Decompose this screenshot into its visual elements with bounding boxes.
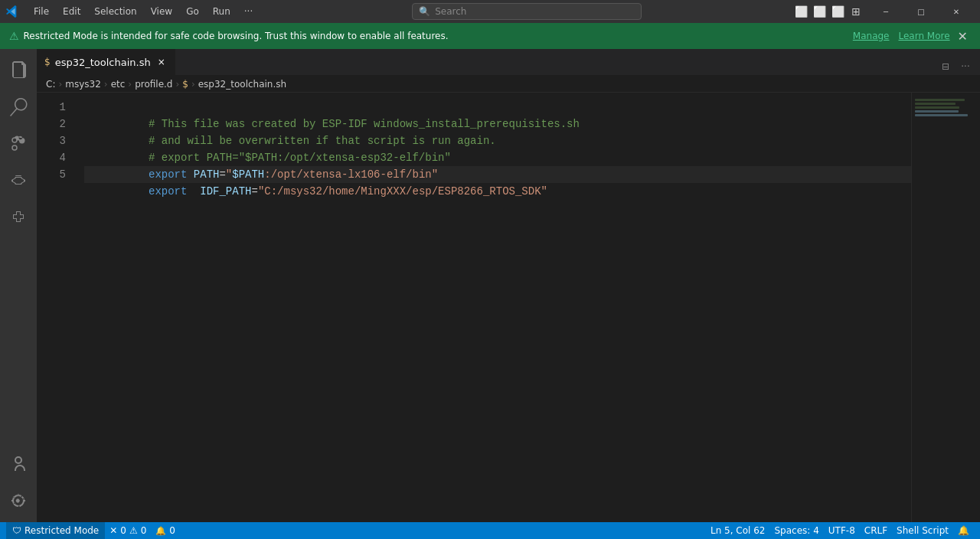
banner-close-button[interactable]: ✕ — [955, 28, 971, 45]
restricted-mode-label: Restricted Mode — [24, 525, 99, 536]
menu-run[interactable]: Run — [207, 4, 237, 19]
menu-bar: File Edit Selection View Go Run ··· — [28, 4, 259, 19]
title-bar: File Edit Selection View Go Run ··· 🔍 Se… — [0, 0, 980, 23]
cursor-position-status[interactable]: Ln 5, Col 62 — [706, 522, 770, 539]
activity-extensions[interactable] — [0, 199, 37, 236]
breadcrumb-drive[interactable]: C: — [46, 79, 55, 90]
error-icon: ✕ — [109, 525, 117, 536]
bell-icon: 🔔 — [155, 526, 166, 536]
encoding-status[interactable]: UTF-8 — [824, 522, 860, 539]
breadcrumb-msys32[interactable]: msys32 — [65, 79, 101, 90]
warning-count: 0 — [141, 525, 147, 536]
no-problems-status[interactable]: 🔔 0 — [151, 522, 180, 539]
tab-file-icon: $ — [44, 57, 51, 67]
title-bar-right: ⬜ ⬜ ⬜ ⊞ ─ □ ✕ — [795, 0, 974, 23]
activity-bar — [0, 49, 37, 522]
manage-link[interactable]: Manage — [853, 31, 890, 41]
notification-icon: 🔔 — [958, 525, 969, 536]
tab-bar-actions: ⊟ ··· — [937, 58, 980, 75]
encoding-label: UTF-8 — [828, 525, 855, 536]
restricted-mode-status[interactable]: 🛡 Restricted Mode — [6, 522, 105, 539]
errors-status[interactable]: ✕ 0 ⚠ 0 — [105, 522, 151, 539]
spaces-status[interactable]: Spaces: 4 — [769, 522, 823, 539]
breadcrumb-profiled[interactable]: profile.d — [135, 79, 172, 90]
close-button[interactable]: ✕ — [939, 0, 974, 23]
menu-edit[interactable]: Edit — [57, 4, 87, 19]
code-line-1: # This file was created by ESP-IDF windo… — [84, 99, 911, 116]
activity-search[interactable] — [0, 89, 37, 126]
minimap — [911, 93, 980, 522]
status-right: Ln 5, Col 62 Spaces: 4 UTF-8 CRLF Shell … — [706, 522, 974, 539]
warning-icon: ⚠ — [129, 525, 138, 536]
learn-more-link[interactable]: Learn More — [898, 31, 949, 41]
language-label: Shell Script — [897, 525, 949, 536]
line-ending-status[interactable]: CRLF — [860, 522, 892, 539]
breadcrumb-dollar: $ — [182, 79, 188, 90]
menu-view[interactable]: View — [145, 4, 178, 19]
layout-icon[interactable]: ⬜ — [831, 5, 844, 18]
error-count: 0 — [120, 525, 126, 536]
activity-explorer[interactable] — [0, 52, 37, 89]
menu-selection[interactable]: Selection — [88, 4, 142, 19]
banner-message: Restricted Mode is intended for safe cod… — [24, 31, 844, 41]
activity-run-debug[interactable] — [0, 162, 37, 199]
active-tab[interactable]: $ esp32_toolchain.sh × — [37, 49, 176, 75]
editor-area: $ esp32_toolchain.sh × ⊟ ··· C: › msys32… — [37, 49, 980, 522]
language-status[interactable]: Shell Script — [892, 522, 953, 539]
search-bar[interactable]: 🔍 Search — [412, 3, 642, 20]
title-bar-left: File Edit Selection View Go Run ··· — [6, 4, 259, 19]
breadcrumb-file[interactable]: esp32_toolchain.sh — [198, 79, 286, 90]
breadcrumb-etc[interactable]: etc — [111, 79, 126, 90]
code-editor[interactable]: 1 2 3 4 5 # This file was created by ESP… — [37, 93, 980, 522]
customize-icon[interactable]: ⊞ — [850, 5, 862, 18]
menu-more[interactable]: ··· — [238, 4, 259, 19]
restricted-shield-icon: 🛡 — [12, 525, 21, 536]
menu-go[interactable]: Go — [180, 4, 205, 19]
spaces-label: Spaces: 4 — [774, 525, 818, 536]
notification-bell[interactable]: 🔔 — [953, 522, 974, 539]
tab-bar: $ esp32_toolchain.sh × ⊟ ··· — [37, 49, 980, 76]
main-layout: $ esp32_toolchain.sh × ⊟ ··· C: › msys32… — [0, 49, 980, 522]
status-bar: 🛡 Restricted Mode ✕ 0 ⚠ 0 🔔 0 Ln 5, Col … — [0, 522, 980, 539]
activity-source-control[interactable] — [0, 126, 37, 162]
vscode-logo-icon — [6, 5, 18, 18]
tab-close-button[interactable]: × — [155, 56, 168, 68]
title-bar-center: 🔍 Search — [265, 3, 789, 20]
cursor-position-label: Ln 5, Col 62 — [710, 525, 766, 536]
search-icon: 🔍 — [419, 6, 430, 17]
tab-filename: esp32_toolchain.sh — [55, 57, 151, 68]
warning-icon: ⚠ — [9, 30, 19, 42]
menu-file[interactable]: File — [28, 4, 55, 19]
line-ending-label: CRLF — [864, 525, 887, 536]
code-content[interactable]: # This file was created by ESP-IDF windo… — [75, 93, 911, 522]
split-editor-button[interactable]: ⊟ — [937, 58, 954, 75]
restricted-mode-banner: ⚠ Restricted Mode is intended for safe c… — [0, 23, 980, 49]
toggle-panel-icon[interactable]: ⬜ — [813, 5, 825, 18]
minimize-button[interactable]: ─ — [868, 0, 903, 23]
line-numbers: 1 2 3 4 5 — [37, 93, 75, 522]
activity-settings[interactable] — [0, 482, 37, 519]
no-problems-count: 0 — [169, 525, 175, 536]
breadcrumb: C: › msys32 › etc › profile.d › $ › esp3… — [37, 76, 980, 93]
search-placeholder: Search — [435, 6, 466, 17]
maximize-button[interactable]: □ — [903, 0, 939, 23]
toggle-sidebar-icon[interactable]: ⬜ — [795, 5, 807, 18]
window-controls: ─ □ ✕ — [868, 0, 974, 23]
more-actions-button[interactable]: ··· — [957, 58, 974, 75]
activity-account[interactable] — [0, 446, 37, 482]
